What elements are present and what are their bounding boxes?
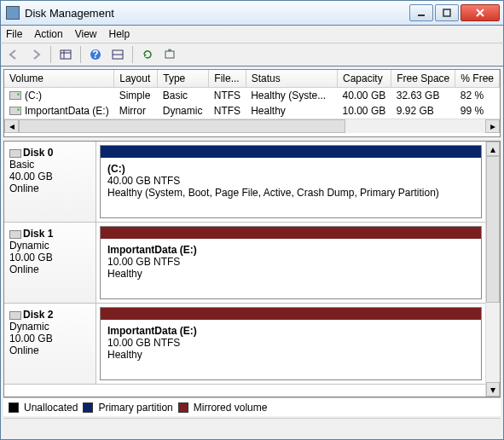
volume-body: ImportantData (E:)10.00 GB NTFSHealthy [101,320,481,379]
col-type[interactable]: Type [158,70,209,87]
disk-info[interactable]: Disk 0Basic40.00 GBOnline [4,142,96,222]
table-header-row: Volume Layout Type File... Status Capaci… [4,70,500,87]
content-area: Volume Layout Type File... Status Capaci… [0,67,504,440]
disk-volumes: ImportantData (E:)10.00 GB NTFSHealthy [96,223,485,303]
menu-bar: File Action View Help [0,26,504,43]
volume-box[interactable]: ImportantData (E:)10.00 GB NTFSHealthy [100,307,482,380]
disk-row: Disk 0Basic40.00 GBOnline(C:)40.00 GB NT… [4,142,485,223]
disk-info[interactable]: Disk 1Dynamic10.00 GBOnline [4,223,96,303]
view-list-button[interactable] [56,45,75,64]
drive-icon [9,91,21,100]
disk-volumes: ImportantData (E:)10.00 GB NTFSHealthy [96,304,485,384]
svg-rect-11 [165,51,174,58]
back-button[interactable] [4,45,23,64]
swatch-primary [83,402,93,413]
col-layout[interactable]: Layout [114,70,158,87]
refresh-button[interactable] [138,45,157,64]
menu-action[interactable]: Action [34,28,62,40]
drive-icon [9,107,21,115]
svg-text:?: ? [92,49,98,61]
disk-rows: Disk 0Basic40.00 GBOnline(C:)40.00 GB NT… [4,142,485,397]
disk-row: Disk 1Dynamic10.00 GBOnlineImportantData… [4,223,485,304]
menu-view[interactable]: View [75,28,97,40]
scroll-left-button[interactable]: ◂ [4,119,19,133]
view-bottom-button[interactable] [108,45,127,64]
col-status[interactable]: Status [246,70,337,87]
swatch-mirrored [178,402,188,413]
menu-help[interactable]: Help [109,28,130,40]
swatch-unallocated [9,402,19,413]
legend-unallocated: Unallocated [24,402,78,414]
table-row[interactable]: ImportantData (E:)MirrorDynamicNTFSHealt… [4,103,500,119]
scroll-up-button[interactable]: ▴ [486,142,500,156]
toolbar-separator [80,46,81,63]
disk-icon [9,230,21,239]
close-button[interactable] [461,4,500,21]
maximize-button[interactable] [435,4,459,21]
legend: Unallocated Primary partition Mirrored v… [3,397,501,416]
scroll-right-button[interactable]: ▸ [485,119,500,133]
legend-mirrored: Mirrored volume [194,402,268,414]
disk-icon [9,149,21,158]
app-icon [6,6,20,20]
disk-volumes: (C:)40.00 GB NTFSHealthy (System, Boot, … [96,142,485,222]
window-title: Disk Management [25,7,408,20]
vertical-scrollbar[interactable]: ▴ ▾ [485,142,500,397]
disk-info[interactable]: Disk 2Dynamic10.00 GBOnline [4,304,96,384]
svg-rect-1 [443,9,450,16]
help-button[interactable]: ? [86,45,105,64]
volume-table: Volume Layout Type File... Status Capaci… [4,70,500,119]
col-file[interactable]: File... [209,70,246,87]
volume-stripe [101,146,481,158]
legend-primary: Primary partition [98,402,172,414]
forward-button[interactable] [26,45,45,64]
disk-row: Disk 2Dynamic10.00 GBOnlineImportantData… [4,304,485,385]
menu-file[interactable]: File [6,28,22,40]
window-buttons [408,4,500,21]
col-pct[interactable]: % Free [455,70,500,87]
volume-body: ImportantData (E:)10.00 GB NTFSHealthy [101,239,481,298]
col-free[interactable]: Free Space [391,70,455,87]
table-row[interactable]: (C:)SimpleBasicNTFSHealthy (Syste...40.0… [4,87,500,103]
disk-map-pane: Disk 0Basic40.00 GBOnline(C:)40.00 GB NT… [3,141,501,397]
status-bar [3,418,501,437]
minimize-button[interactable] [409,4,433,21]
col-capacity[interactable]: Capacity [338,70,391,87]
scroll-thumb[interactable] [486,156,500,303]
scroll-track[interactable] [486,156,500,382]
volume-stripe [101,227,481,239]
volume-box[interactable]: ImportantData (E:)10.00 GB NTFSHealthy [100,226,482,299]
disk-icon [9,311,21,320]
volume-body: (C:)40.00 GB NTFSHealthy (System, Boot, … [101,158,481,217]
volume-box[interactable]: (C:)40.00 GB NTFSHealthy (System, Boot, … [100,145,482,218]
volume-list-pane: Volume Layout Type File... Status Capaci… [3,69,501,137]
scroll-track[interactable] [19,119,485,133]
volume-stripe [101,308,481,320]
title-bar: Disk Management [0,0,504,26]
scroll-thumb[interactable] [19,119,345,133]
rescan-button[interactable] [160,45,179,64]
horizontal-scrollbar[interactable]: ◂ ▸ [4,119,500,133]
toolbar-separator [50,46,51,63]
toolbar-separator [132,46,133,63]
scroll-down-button[interactable]: ▾ [486,382,500,397]
col-volume[interactable]: Volume [4,70,114,87]
svg-rect-4 [61,50,71,59]
toolbar: ? [0,43,504,67]
